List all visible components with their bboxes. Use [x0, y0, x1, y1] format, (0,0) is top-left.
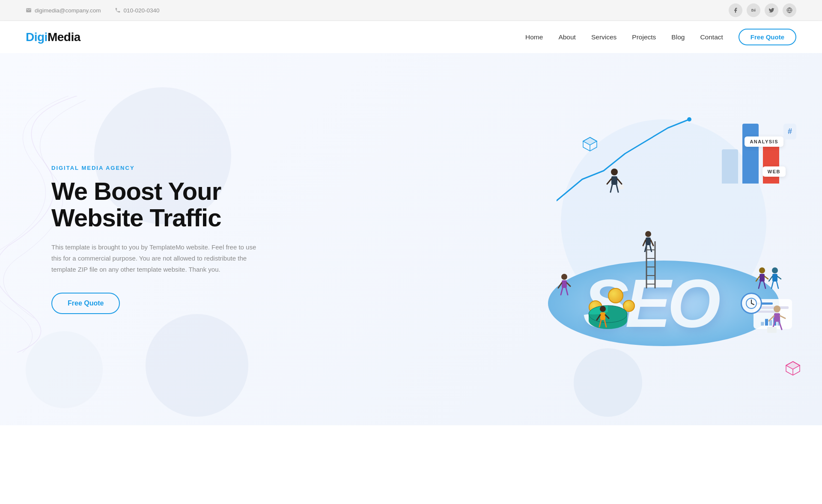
- cube-top-svg: [582, 136, 598, 152]
- svg-line-48: [764, 282, 765, 288]
- svg-point-24: [561, 274, 567, 280]
- svg-rect-12: [646, 237, 651, 245]
- svg-point-11: [645, 231, 651, 237]
- svg-line-41: [779, 322, 782, 329]
- nav-home[interactable]: Home: [525, 33, 543, 41]
- deco-circle-3: [146, 314, 248, 417]
- svg-point-3: [687, 117, 691, 122]
- person-sitting-svg: [604, 169, 625, 199]
- svg-line-27: [567, 283, 570, 286]
- svg-line-16: [650, 245, 652, 252]
- nav-about[interactable]: About: [558, 33, 576, 41]
- hero-description: This template is brought to you by Templ…: [51, 242, 257, 276]
- svg-marker-69: [786, 362, 800, 369]
- hero-tag: DIGITAL MEDIA AGENCY: [51, 165, 257, 171]
- topbar-contacts: digimedia@company.com 010-020-0340: [26, 7, 160, 14]
- svg-line-53: [771, 282, 773, 288]
- svg-line-32: [597, 315, 600, 320]
- hero-content: DIGITAL MEDIA AGENCY We Boost Your Websi…: [51, 165, 257, 314]
- topbar: digimedia@company.com 010-020-0340 Bé: [0, 0, 822, 21]
- svg-line-14: [651, 240, 653, 246]
- svg-line-45: [756, 276, 759, 281]
- svg-line-28: [561, 288, 563, 295]
- svg-line-38: [769, 316, 774, 321]
- bar-2: [742, 124, 759, 184]
- hero-title-line1: We Boost Your: [51, 177, 221, 205]
- people-right-standing-svg: [754, 267, 783, 301]
- header: DigiMedia Home About Services Projects B…: [0, 21, 822, 53]
- hero-section: DIGITAL MEDIA AGENCY We Boost Your Websi…: [0, 53, 822, 425]
- nav-blog[interactable]: Blog: [671, 33, 685, 41]
- svg-rect-31: [600, 312, 605, 320]
- facebook-icon: [733, 7, 739, 13]
- nav-projects[interactable]: Projects: [632, 33, 656, 41]
- svg-line-51: [769, 276, 772, 281]
- behance-icon: Bé: [751, 7, 756, 13]
- svg-line-52: [777, 276, 781, 279]
- logo[interactable]: DigiMedia: [26, 30, 80, 44]
- person-ladder-svg: [641, 231, 655, 252]
- svg-point-43: [759, 267, 765, 273]
- nav-contact[interactable]: Contact: [700, 33, 723, 41]
- svg-line-54: [777, 282, 778, 288]
- bar-1: [722, 149, 738, 184]
- svg-line-26: [558, 283, 562, 288]
- hero-title-line2: Website Traffic: [51, 204, 221, 231]
- behance-button[interactable]: Bé: [747, 3, 760, 17]
- navigation: Home About Services Projects Blog Contac…: [525, 29, 796, 45]
- svg-rect-57: [761, 322, 764, 326]
- hero-free-quote-button[interactable]: Free Quote: [51, 293, 120, 314]
- svg-line-13: [643, 240, 646, 246]
- twitter-button[interactable]: [765, 3, 778, 17]
- logo-first: Digi: [26, 30, 48, 44]
- svg-line-35: [605, 320, 606, 327]
- svg-marker-66: [583, 137, 597, 145]
- bar-3: [763, 141, 779, 184]
- svg-line-47: [759, 282, 760, 288]
- svg-rect-50: [772, 274, 777, 282]
- person-left-svg: [557, 273, 572, 301]
- svg-line-34: [599, 320, 601, 327]
- svg-line-19: [607, 179, 611, 184]
- mail-icon: [26, 7, 32, 13]
- svg-line-39: [780, 316, 785, 318]
- svg-point-17: [611, 169, 618, 175]
- svg-rect-25: [562, 280, 567, 288]
- nav-services[interactable]: Services: [591, 33, 616, 41]
- svg-line-46: [765, 276, 768, 279]
- facebook-button[interactable]: [729, 3, 742, 17]
- phone-text: 010-020-0340: [124, 7, 160, 14]
- phone-icon: [115, 7, 121, 13]
- nav-free-quote-button[interactable]: Free Quote: [739, 29, 796, 45]
- analysis-tag: ANALYSIS: [745, 136, 783, 147]
- svg-line-15: [645, 245, 646, 252]
- svg-rect-18: [611, 176, 617, 185]
- person-bottom-svg: [595, 305, 611, 333]
- hero-title: We Boost Your Website Traffic: [51, 178, 257, 231]
- svg-rect-44: [759, 274, 765, 282]
- person-right-svg: [766, 305, 788, 338]
- svg-line-20: [617, 179, 622, 184]
- email-text: digimedia@company.com: [35, 7, 101, 14]
- twitter-icon: [768, 7, 774, 13]
- logo-second: Media: [48, 30, 80, 44]
- chart-line-svg: [557, 115, 702, 209]
- cube-bottom-svg: [785, 361, 801, 376]
- svg-line-21: [611, 185, 612, 192]
- email-contact: digimedia@company.com: [26, 7, 101, 14]
- web-tag: WEB: [762, 166, 786, 177]
- social-links: Bé: [729, 3, 796, 17]
- seo-scene: ANALYSIS WEB # SEO: [522, 98, 805, 380]
- globe-icon: [786, 7, 792, 13]
- hero-illustration: ANALYSIS WEB # SEO: [522, 98, 805, 380]
- hash-tag: #: [783, 124, 796, 139]
- globe-button[interactable]: [783, 3, 796, 17]
- svg-line-22: [616, 185, 618, 192]
- phone-contact: 010-020-0340: [115, 7, 160, 14]
- svg-rect-23: [619, 185, 624, 189]
- svg-text:Bé: Bé: [751, 9, 756, 12]
- svg-point-49: [772, 267, 778, 273]
- svg-point-36: [774, 305, 780, 312]
- svg-point-30: [600, 306, 606, 312]
- svg-rect-42: [767, 327, 777, 333]
